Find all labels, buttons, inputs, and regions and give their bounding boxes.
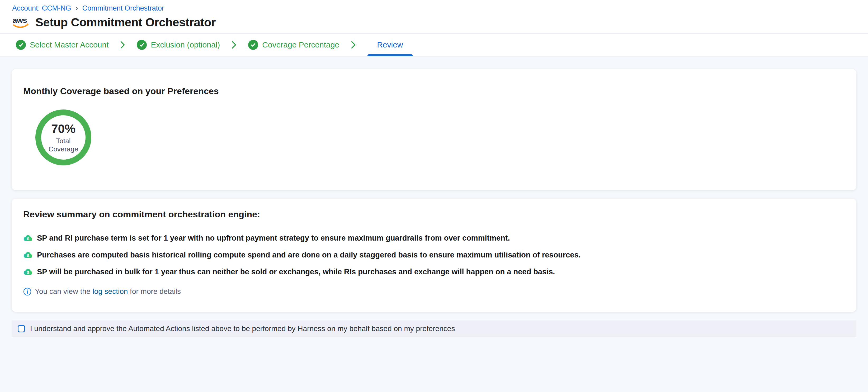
coverage-card-title: Monthly Coverage based on your Preferenc… [23, 86, 845, 96]
review-step-content: Monthly Coverage based on your Preferenc… [0, 57, 868, 337]
step-label: Coverage Percentage [262, 40, 339, 49]
note-suffix: for more details [128, 287, 181, 295]
step-exclusion-optional[interactable]: Exclusion (optional) [137, 40, 220, 50]
page-header: Account: CCM-NG › Commitment Orchestrato… [0, 0, 868, 33]
summary-card-title: Review summary on commitment orchestrati… [23, 209, 845, 220]
active-tab-underline [368, 54, 412, 56]
svg-text:$: $ [27, 253, 29, 258]
check-circle-icon [16, 40, 26, 50]
coverage-percentage-value: 70% [51, 122, 75, 136]
summary-bullet-text: SP will be purchased in bulk for 1 year … [37, 267, 555, 276]
cloud-dollar-icon: $ [23, 234, 33, 242]
svg-text:$: $ [27, 270, 29, 274]
summary-bullet: $ SP and RI purchase term is set for 1 y… [23, 234, 845, 242]
cloud-dollar-icon: $ [23, 268, 33, 276]
setup-stepper: Select Master Account Exclusion (optiona… [0, 33, 868, 57]
summary-bullet-text: Purchases are computed basis historical … [37, 251, 581, 259]
note-prefix: You can view the [35, 287, 92, 295]
breadcrumb-chevron-icon: › [75, 4, 78, 11]
breadcrumb-account-link[interactable]: Account: CCM-NG [12, 4, 71, 12]
info-icon [23, 288, 31, 296]
coverage-donut-chart: 70% Total Coverage [35, 109, 91, 165]
svg-text:$: $ [27, 236, 29, 240]
approval-label: I understand and approve the Automated A… [30, 324, 455, 333]
svg-text:aws: aws [13, 16, 27, 25]
aws-logo-icon: aws [12, 15, 30, 29]
breadcrumb: Account: CCM-NG › Commitment Orchestrato… [12, 4, 868, 12]
step-label: Review [377, 40, 403, 49]
check-circle-icon [248, 40, 258, 50]
check-circle-icon [137, 40, 147, 50]
summary-bullet-list: $ SP and RI purchase term is set for 1 y… [23, 234, 845, 276]
log-section-link[interactable]: log section [92, 287, 128, 295]
page-title: Setup Commitment Orchestrator [35, 15, 216, 29]
summary-bullet-text: SP and RI purchase term is set for 1 yea… [37, 234, 510, 242]
breadcrumb-page-link[interactable]: Commitment Orchestrator [82, 4, 164, 12]
cloud-dollar-icon: $ [23, 251, 33, 259]
approval-checkbox[interactable] [18, 325, 25, 332]
summary-bullet: $ Purchases are computed basis historica… [23, 251, 845, 259]
step-select-master-account[interactable]: Select Master Account [16, 40, 108, 50]
step-label: Select Master Account [30, 40, 108, 49]
chevron-right-icon [231, 41, 237, 49]
step-review-active-tab[interactable]: Review [368, 33, 412, 56]
approval-strip: I understand and approve the Automated A… [11, 321, 857, 337]
summary-bullet: $ SP will be purchased in bulk for 1 yea… [23, 267, 845, 276]
step-coverage-percentage[interactable]: Coverage Percentage [248, 40, 339, 50]
review-summary-card: Review summary on commitment orchestrati… [11, 199, 857, 312]
step-label: Exclusion (optional) [151, 40, 220, 49]
log-note-row: You can view the log section for more de… [23, 287, 845, 296]
log-note-text: You can view the log section for more de… [35, 287, 181, 296]
monthly-coverage-card: Monthly Coverage based on your Preferenc… [11, 69, 857, 190]
chevron-right-icon [351, 41, 356, 49]
chevron-right-icon [120, 41, 125, 49]
title-row: aws Setup Commitment Orchestrator [12, 15, 868, 29]
coverage-donut-label: Total Coverage [43, 137, 83, 153]
